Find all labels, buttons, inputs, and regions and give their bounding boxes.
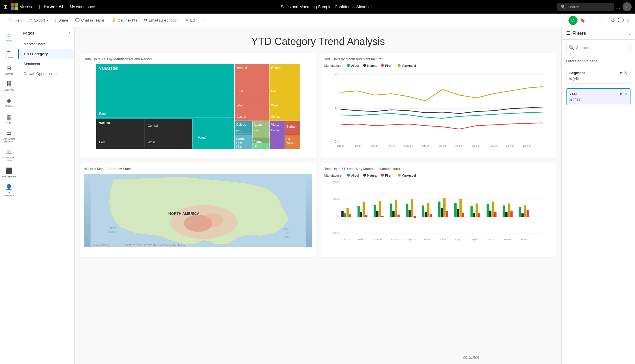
svg-rect-83	[346, 208, 348, 217]
pages-collapse-button[interactable]: ‹	[69, 31, 70, 36]
page-item-sentiment[interactable]: Sentiment	[18, 59, 74, 69]
linechart-title: Total Units by Month and Manufacturer	[324, 57, 552, 61]
svg-text:Oce...: Oce...	[283, 235, 291, 238]
svg-text:Feb-14: Feb-14	[353, 144, 362, 147]
svg-text:Dec-14: Dec-14	[519, 238, 528, 241]
filter-segment-chevron[interactable]: ▾	[620, 70, 622, 76]
edit-label: Edit	[190, 18, 196, 22]
filters-expand-icon[interactable]: ›	[629, 31, 630, 36]
bookmark-icon[interactable]: 🔖	[580, 18, 585, 23]
sidebar-item-label: Workspaces	[2, 175, 16, 178]
aliqui-line	[340, 112, 543, 118]
export-button[interactable]: ⇄ Export ▾	[27, 16, 51, 24]
file-chevron: ▾	[21, 19, 23, 22]
avatar[interactable]: U	[623, 2, 632, 11]
comment-icon[interactable]: 💬	[617, 17, 624, 23]
sidebar-item-home[interactable]: ⌂ Home	[1, 29, 17, 44]
svg-text:East: East	[271, 89, 277, 93]
sidebar-item-knowledge[interactable]: 📖 Knowledge center	[1, 146, 17, 164]
svg-rect-88	[365, 215, 367, 217]
share-button[interactable]: ↑ Share	[52, 16, 71, 24]
sidebar-item-deployment[interactable]: ⇄ Deployment pipelines	[1, 128, 17, 145]
sidebar-item-create[interactable]: + Create	[1, 46, 17, 61]
svg-rect-91	[379, 201, 381, 217]
edit-button[interactable]: ✎ Edit	[183, 16, 199, 24]
topbar-search[interactable]: 🔍	[557, 3, 614, 11]
svg-text:0%: 0%	[335, 215, 340, 218]
more-options-button[interactable]: ...	[616, 4, 620, 10]
visuals-grid: Total Units YTD by Manufacturer and Regi…	[75, 53, 561, 263]
svg-rect-115	[475, 204, 478, 217]
svg-rect-85	[357, 206, 360, 217]
sidebar-item-datahub[interactable]: 🗄 Data hub	[1, 79, 17, 94]
page-item-ytd-category[interactable]: YTD Category	[18, 49, 74, 59]
sidebar-item-browse[interactable]: ⊞ Browse	[1, 63, 17, 78]
star-icon[interactable]: ☆	[626, 17, 630, 23]
refresh-status-icon[interactable]: ↺	[568, 16, 578, 25]
treemap-svg: VanArsdel East Central West Natura	[84, 64, 312, 149]
svg-text:© 2022 TomTom © 2022 Microsoft: © 2022 TomTom © 2022 Microsoft Corporati…	[125, 244, 185, 247]
legend-aliqui2: Aliqui	[347, 174, 359, 177]
page-label: Sentiment	[23, 62, 40, 66]
page-label: YTD Category	[23, 52, 48, 56]
svg-text:Jun-14: Jun-14	[423, 238, 431, 241]
filter-item-segment[interactable]: Segment ▾ ✕ is (All)	[566, 67, 630, 84]
refresh-icon[interactable]: ↺	[611, 17, 615, 23]
svg-rect-110	[457, 209, 459, 217]
barchart-visual[interactable]: 200% 100% 0% -100%	[324, 179, 552, 253]
search-input[interactable]	[568, 5, 607, 9]
layout-icon2[interactable]: ⬚	[601, 18, 605, 23]
svg-text:East: East	[237, 89, 243, 93]
page-item-growth[interactable]: Growth Opportunities	[18, 69, 74, 79]
workspace-label[interactable]: My workspace	[70, 5, 95, 9]
filter-segment-clear[interactable]: ✕	[624, 70, 627, 76]
page-item-market-share[interactable]: Market Share	[18, 39, 74, 49]
svg-text:East: East	[99, 140, 105, 144]
svg-text:Jun-14: Jun-14	[421, 144, 429, 147]
svg-text:Ocean: Ocean	[108, 230, 116, 233]
export-icon: ⇄	[29, 18, 33, 22]
linechart-visual[interactable]: 2K 1K 0K	[324, 70, 552, 155]
svg-text:Mar-14: Mar-14	[370, 144, 379, 147]
svg-rect-87	[362, 202, 365, 217]
filter-item-year[interactable]: Year ▾ ✕ is 2014	[566, 88, 630, 105]
filters-search[interactable]: 🔍	[566, 43, 630, 52]
grid-icon[interactable]: ⊞	[3, 4, 8, 10]
knowledge-icon: 📖	[5, 149, 12, 155]
pages-title: Pages ‹	[18, 31, 74, 39]
svg-rect-3	[15, 7, 18, 10]
file-icon: 📄	[7, 18, 12, 22]
svg-rect-109	[454, 203, 456, 217]
map-visual[interactable]: NORTH AMERICA Pacific Ocean Atlan- tic O…	[84, 174, 312, 247]
sidebar-item-metrics[interactable]: ◈ Metrics	[1, 95, 17, 110]
layout-icon1[interactable]: ⬚	[591, 18, 595, 23]
svg-text:Abbas: Abbas	[254, 123, 263, 126]
sidebar-item-myworkspace[interactable]: 👤 My workspace	[1, 181, 17, 199]
pages-label: Pages	[23, 31, 34, 35]
svg-rect-117	[486, 204, 489, 217]
svg-text:Apr-14: Apr-14	[388, 144, 395, 147]
chat-button[interactable]: 💬 Chat in Teams	[72, 16, 108, 24]
insights-button[interactable]: 💡 Get insights	[109, 16, 140, 24]
svg-rect-100	[413, 216, 416, 218]
filter-year-chevron[interactable]: ▾	[620, 91, 622, 97]
sidebar-item-apps[interactable]: ▦ Apps	[1, 111, 17, 127]
filters-search-input[interactable]	[576, 46, 628, 50]
filter-year-clear[interactable]: ✕	[624, 91, 627, 97]
more-options-actionbar[interactable]: ···	[200, 16, 209, 24]
pages-panel: Pages ‹ Market Share YTD Category Sentim…	[18, 27, 75, 364]
svg-text:Apr-14: Apr-14	[391, 238, 398, 241]
filters-search-icon: 🔍	[569, 45, 574, 50]
svg-text:Pirum: Pirum	[271, 66, 282, 70]
svg-rect-81	[341, 211, 343, 217]
sidebar-item-workspaces[interactable]: ⬛ Workspaces	[1, 165, 17, 180]
svg-text:Sep-14: Sep-14	[472, 144, 480, 147]
legend-aliqui: Aliqui	[347, 64, 359, 67]
svg-text:Central: Central	[271, 115, 280, 118]
email-button[interactable]: ✉ Email subscription	[141, 16, 181, 24]
treemap-visual[interactable]: VanArsdel East Central West Natura	[84, 64, 312, 149]
svg-rect-123	[508, 204, 510, 217]
svg-text:Jul-14: Jul-14	[439, 144, 446, 147]
svg-text:-100%: -100%	[331, 232, 339, 235]
file-button[interactable]: 📄 File ▾	[5, 16, 25, 24]
